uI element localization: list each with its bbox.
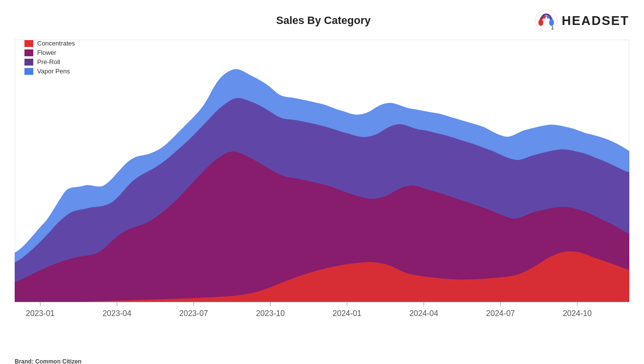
svg-point-1	[538, 19, 543, 26]
svg-text:2023-04: 2023-04	[103, 309, 132, 318]
svg-point-0	[535, 10, 557, 31]
header: Sales By Category	[0, 0, 644, 35]
legend-swatch-vapor	[24, 68, 33, 75]
svg-text:2024-07: 2024-07	[486, 309, 515, 318]
svg-text:2024-04: 2024-04	[409, 309, 438, 318]
svg-point-3	[552, 28, 554, 30]
svg-text:2024-01: 2024-01	[333, 309, 361, 318]
logo-area: HEADSET	[534, 9, 629, 32]
legend-swatch-flower	[24, 49, 33, 56]
chart-container: 2023-01 2023-04 2023-07 2023-10 2024-01 …	[0, 35, 644, 356]
footer: Brand: Common Citizen Date Range: Traili…	[0, 356, 644, 364]
legend: Concentrates Flower Pre-Roll Vapor Pens	[24, 40, 75, 75]
page: Sales By Category	[0, 0, 644, 364]
svg-text:2024-10: 2024-10	[563, 309, 592, 318]
chart-svg: 2023-01 2023-04 2023-07 2023-10 2024-01 …	[15, 40, 629, 327]
legend-swatch-preroll	[24, 59, 33, 66]
svg-text:2023-07: 2023-07	[179, 309, 208, 318]
legend-item-vapor: Vapor Pens	[24, 68, 75, 75]
legend-item-concentrates: Concentrates	[24, 40, 75, 47]
chart-title: Sales By Category	[112, 14, 534, 27]
footer-brand: Brand: Common Citizen	[15, 358, 629, 364]
legend-label-vapor: Vapor Pens	[37, 68, 70, 75]
svg-text:2023-10: 2023-10	[256, 309, 285, 318]
headset-logo-icon	[534, 9, 558, 32]
brand-label: Brand:	[15, 358, 34, 364]
legend-item-preroll: Pre-Roll	[24, 58, 75, 66]
legend-swatch-concentrates	[24, 40, 33, 47]
brand-value: Common Citizen	[35, 358, 82, 364]
legend-label-concentrates: Concentrates	[37, 40, 75, 47]
legend-label-preroll: Pre-Roll	[37, 58, 60, 66]
legend-label-flower: Flower	[37, 49, 56, 56]
svg-text:2023-01: 2023-01	[26, 309, 55, 318]
logo-text: HEADSET	[562, 13, 629, 28]
svg-point-2	[549, 19, 554, 26]
legend-item-flower: Flower	[24, 49, 75, 56]
